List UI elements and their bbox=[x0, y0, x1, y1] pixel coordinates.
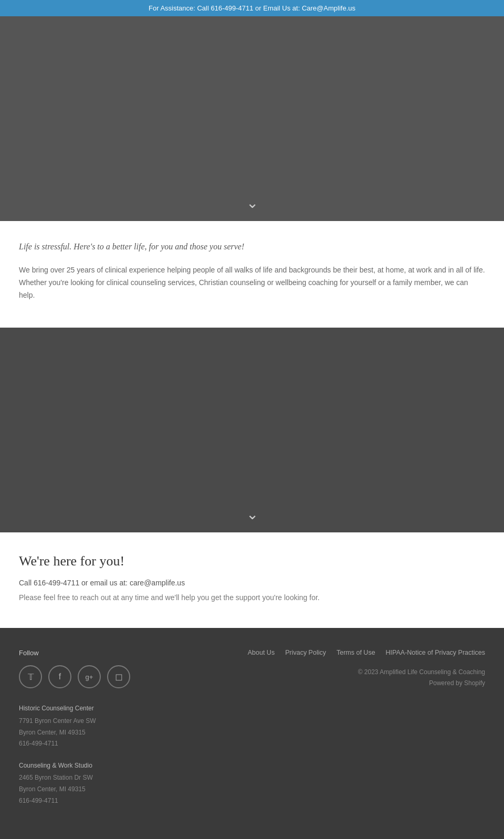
location-1-name: Historic Counseling Center bbox=[19, 703, 130, 715]
location-1-addr1: 7791 Byron Center Ave SW bbox=[19, 716, 130, 727]
tagline-text: Life is stressful. Here's to a better li… bbox=[19, 242, 485, 251]
footer-nav: About Us Privacy Policy Terms of Use HIP… bbox=[248, 649, 485, 656]
footer-right: About Us Privacy Policy Terms of Use HIP… bbox=[248, 649, 485, 688]
scroll-down-icon-2[interactable]: ⌄ bbox=[246, 507, 258, 522]
social-icons: 𝕋 f g+ ◻ bbox=[19, 665, 130, 688]
nav-hipaa[interactable]: HIPAA-Notice of Privacy Practices bbox=[386, 649, 485, 656]
content-section-2: We're here for you! Call 616-499-4711 or… bbox=[0, 532, 504, 628]
google-plus-icon[interactable]: g+ bbox=[78, 665, 101, 688]
contact-line: Call 616-499-4711 or email us at: care@a… bbox=[19, 579, 485, 587]
hero-section-2: ⌄ bbox=[0, 328, 504, 532]
section-2-title: We're here for you! bbox=[19, 553, 485, 569]
nav-terms[interactable]: Terms of Use bbox=[337, 649, 375, 656]
location-2-addr2: Byron Center, MI 49315 bbox=[19, 784, 130, 795]
banner-text: For Assistance: Call 616-499-4711 or Ema… bbox=[149, 4, 355, 12]
body-text-1: We bring over 25 years of clinical exper… bbox=[19, 264, 485, 301]
footer: Follow 𝕋 f g+ ◻ Historic Counseling Cent… bbox=[0, 628, 504, 839]
location-2-name: Counseling & Work Studio bbox=[19, 760, 130, 772]
location-2-phone: 616-499-4711 bbox=[19, 795, 130, 807]
location-1-phone: 616-499-4711 bbox=[19, 738, 130, 750]
location-2-addr1: 2465 Byron Station Dr SW bbox=[19, 772, 130, 784]
location-1-addr2: Byron Center, MI 49315 bbox=[19, 727, 130, 739]
footer-copyright: © 2023 Amplified Life Counseling & Coach… bbox=[248, 667, 485, 688]
nav-privacy[interactable]: Privacy Policy bbox=[285, 649, 326, 656]
facebook-icon[interactable]: f bbox=[48, 665, 71, 688]
twitter-icon[interactable]: 𝕋 bbox=[19, 665, 42, 688]
scroll-down-icon-1[interactable]: ⌄ bbox=[246, 196, 258, 211]
support-text: Please feel free to reach out at any tim… bbox=[19, 593, 485, 602]
instagram-icon[interactable]: ◻ bbox=[107, 665, 130, 688]
powered-by: Powered by Shopify bbox=[248, 678, 485, 688]
nav-about[interactable]: About Us bbox=[248, 649, 275, 656]
content-section-1: Life is stressful. Here's to a better li… bbox=[0, 221, 504, 328]
address-1: Historic Counseling Center 7791 Byron Ce… bbox=[19, 703, 130, 749]
follow-label: Follow bbox=[19, 649, 130, 657]
copyright-text: © 2023 Amplified Life Counseling & Coach… bbox=[248, 667, 485, 677]
top-banner: For Assistance: Call 616-499-4711 or Ema… bbox=[0, 0, 504, 16]
footer-left: Follow 𝕋 f g+ ◻ Historic Counseling Cent… bbox=[19, 649, 130, 817]
address-2: Counseling & Work Studio 2465 Byron Stat… bbox=[19, 760, 130, 806]
hero-section-1: ⌄ bbox=[0, 16, 504, 221]
